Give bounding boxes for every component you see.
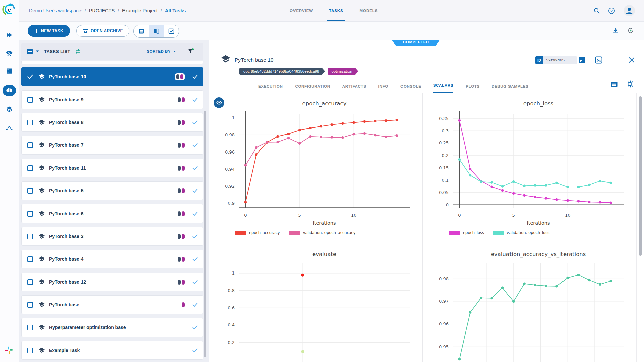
task-id-badge[interactable]: ID 59f99d65 ... [535, 56, 577, 64]
task-tag[interactable]: optimization [328, 68, 358, 75]
detail-tab-configuration[interactable]: CONFIGURATION [295, 79, 330, 93]
archive-icon [83, 28, 88, 33]
table-view-button[interactable] [134, 25, 149, 37]
filter-button[interactable] [187, 48, 194, 54]
detail-tabs: EXECUTIONCONFIGURATIONARTIFACTSINFOCONSO… [258, 79, 528, 93]
scalars-settings-button[interactable] [626, 80, 635, 88]
task-preview-image-button[interactable] [594, 56, 603, 64]
task-row[interactable]: PyTorch base 6 [21, 204, 203, 223]
task-row[interactable]: PyTorch base 10 [21, 67, 203, 86]
task-checkbox[interactable] [27, 142, 33, 148]
detail-panel-scrollbar[interactable] [639, 96, 642, 256]
chart-epoch-loss[interactable]: 0.350.30.250.20.150.10.0500510epoch_loss… [425, 95, 633, 239]
task-tag[interactable]: opt: 85e5482ddd7149b8ba0446356eedca98 [239, 68, 325, 75]
show-hide-metrics-button[interactable] [214, 97, 224, 108]
task-comment-button[interactable] [578, 56, 586, 64]
breadcrumb-item[interactable]: All Tasks [165, 8, 186, 13]
breadcrumb-item[interactable]: Demo User's workspace [29, 8, 82, 13]
clearml-logo[interactable]: c [2, 3, 16, 16]
tabs-divider [209, 93, 637, 93]
sorted-by-button[interactable]: SORTED BY [147, 49, 176, 53]
legend-item[interactable]: validation: epoch_loss [493, 230, 549, 235]
task-color-pills [178, 211, 185, 216]
task-row[interactable]: PyTorch base 11 [21, 159, 203, 177]
task-checkbox[interactable] [27, 234, 33, 239]
sidebar-item-projects[interactable] [3, 85, 16, 96]
sidebar-item-workers-queues[interactable] [3, 66, 16, 76]
task-checkbox[interactable] [27, 348, 33, 353]
chart-evaluation-accuracy-vs-iterations[interactable]: 0.980.970.960.95evaluation_accuracy_vs_i… [425, 245, 633, 362]
sidebar-expand-button[interactable] [3, 29, 16, 40]
open-archive-button[interactable]: OPEN ARCHIVE [76, 25, 129, 37]
detail-tab-info[interactable]: INFO [378, 79, 388, 93]
detail-tab-console[interactable]: CONSOLE [400, 79, 421, 93]
task-checkbox[interactable] [27, 97, 33, 103]
metrics-table-button[interactable] [610, 80, 619, 89]
profile-avatar[interactable] [623, 5, 635, 17]
task-row[interactable]: PyTorch base [21, 295, 203, 314]
task-row[interactable]: PyTorch base 12 [21, 273, 203, 291]
svg-text:0.25: 0.25 [439, 140, 449, 145]
svg-text:0.1: 0.1 [442, 178, 449, 183]
selection-dropdown-caret-icon[interactable] [35, 50, 39, 53]
project-tabs: OVERVIEWTASKSMODELS [290, 0, 378, 21]
tab-tasks[interactable]: TASKS [329, 0, 343, 21]
task-row[interactable]: Hyperparameter optimization base [21, 318, 203, 337]
auto-refresh-icon[interactable] [627, 27, 634, 34]
task-row[interactable]: PyTorch base 7 [21, 136, 203, 155]
svg-text:Iterations: Iterations [313, 220, 336, 226]
filter-funnel-icon [187, 48, 194, 54]
task-row[interactable]: PyTorch base 3 [21, 227, 203, 246]
sidebar-item-hyper-datasets[interactable] [3, 48, 16, 58]
sidebar-item-pipelines[interactable] [3, 123, 16, 133]
chart-view-button[interactable] [164, 25, 179, 37]
split-view-button[interactable] [149, 25, 164, 37]
detail-tab-artifacts[interactable]: ARTIFACTS [342, 79, 366, 93]
task-menu-button[interactable] [611, 56, 620, 64]
scrolled-task-row-partial[interactable] [21, 61, 203, 64]
task-title: PyTorch base 10 [235, 57, 273, 63]
table-view-icon [138, 28, 144, 34]
new-task-button[interactable]: NEW TASK [28, 25, 70, 37]
task-row[interactable]: PyTorch base 9 [21, 90, 203, 109]
task-row[interactable]: Example Task [21, 341, 203, 360]
task-row[interactable]: PyTorch base 5 [21, 181, 203, 200]
task-checkbox[interactable] [27, 302, 33, 308]
breadcrumb[interactable]: Demo User's workspace/PROJECTS/Example P… [29, 0, 186, 21]
help-icon[interactable]: ? [608, 7, 615, 14]
tab-overview[interactable]: OVERVIEW [290, 0, 313, 21]
detail-tab-plots[interactable]: PLOTS [466, 79, 480, 93]
select-all-checkbox[interactable] [27, 49, 33, 54]
customize-columns-icon[interactable] [75, 49, 81, 54]
task-checkbox[interactable] [27, 188, 33, 194]
detail-tab-execution[interactable]: EXECUTION [258, 79, 283, 93]
svg-text:0: 0 [458, 213, 461, 218]
task-checkbox[interactable] [27, 211, 33, 217]
detail-tab-debug-samples[interactable]: DEBUG SAMPLES [492, 79, 528, 93]
sidebar-item-models[interactable] [3, 104, 16, 115]
detail-tab-scalars[interactable]: SCALARS [433, 79, 454, 93]
task-checkbox[interactable] [27, 325, 33, 330]
task-status-check-icon [192, 257, 198, 261]
task-checkbox[interactable] [27, 279, 33, 285]
task-checkbox[interactable] [27, 256, 33, 262]
task-checkbox[interactable] [27, 165, 33, 171]
search-icon[interactable] [593, 7, 600, 14]
legend-item[interactable]: validation: epoch_accuracy [289, 230, 356, 235]
legend-item[interactable]: epoch_loss [449, 230, 484, 235]
legend-item[interactable]: epoch_accuracy [235, 230, 280, 235]
chart-epoch-accuracy[interactable]: 10.980.960.940.920.90510epoch_accuracyIt… [211, 95, 419, 239]
download-icon[interactable] [612, 27, 619, 34]
task-row[interactable]: PyTorch base 4 [21, 250, 203, 268]
task-status-check-icon [192, 212, 198, 216]
close-detail-button[interactable] [627, 56, 636, 64]
task-name: PyTorch base 6 [49, 211, 83, 216]
task-row[interactable]: PyTorch base 8 [21, 113, 203, 132]
chart-evaluate[interactable]: 10.80.60.40.2evaluate [211, 245, 419, 362]
tasks-list-scrollbar[interactable] [204, 111, 206, 357]
task-type-icon [221, 55, 231, 64]
svg-text:0.6: 0.6 [228, 305, 235, 310]
tab-models[interactable]: MODELS [360, 0, 378, 21]
task-checkbox[interactable] [27, 120, 33, 125]
slack-link[interactable] [5, 346, 13, 355]
